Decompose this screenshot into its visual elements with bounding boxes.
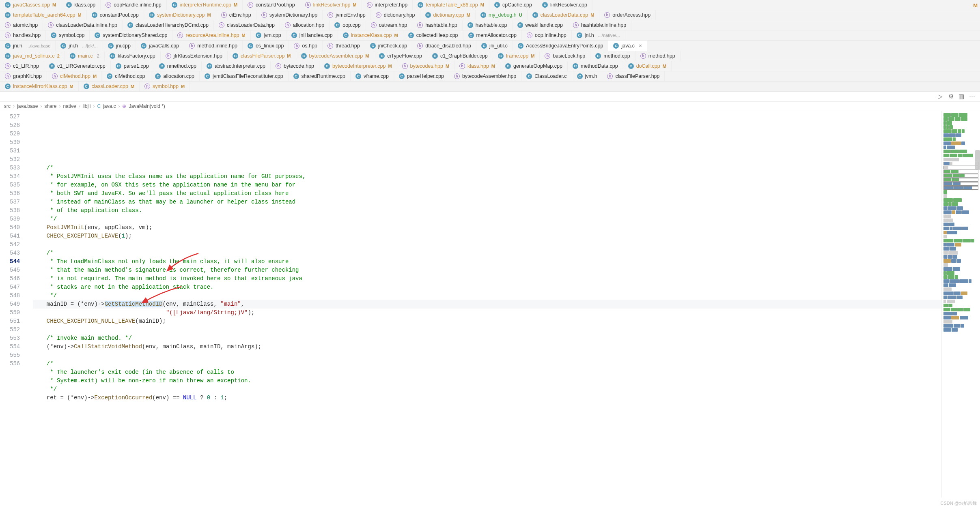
minimap-line[interactable] [943, 162, 978, 165]
minimap-line[interactable] [943, 146, 978, 149]
tab-instancemirrorklass-cpp[interactable]: CinstanceMirrorKlass.cppM [0, 81, 79, 91]
tab-cpcache-cpp[interactable]: CcpCache.cpp [489, 0, 537, 10]
minimap-line[interactable] [943, 190, 978, 194]
minimap-line[interactable] [943, 186, 978, 190]
tab-weakhandle-cpp[interactable]: CweakHandle.cpp [513, 20, 568, 30]
code-line[interactable] [33, 155, 941, 164]
minimap-line[interactable] [943, 137, 978, 141]
tab-oophandle-inline-hpp[interactable]: hoopHandle.inline.hpp [101, 0, 166, 10]
tab-klass-hpp[interactable]: hklass.hppM [454, 61, 500, 71]
tab-klassfactory-cpp[interactable]: CklassFactory.cpp [105, 51, 161, 61]
minimap-line[interactable] [943, 255, 978, 259]
tab-parse1-cpp[interactable]: Cparse1.cpp [111, 61, 154, 71]
tab-jni-h[interactable]: Cjni.h.../native/... [572, 30, 625, 40]
minimap-line[interactable] [943, 210, 978, 214]
tab-classfileparser-hpp[interactable]: hclassFileParser.hpp [602, 71, 665, 81]
minimap-line[interactable] [943, 129, 978, 133]
tab-parsehelper-cpp[interactable]: CparseHelper.cpp [394, 71, 449, 81]
code-line[interactable]: /* [33, 360, 941, 368]
tab-classloaderdata-inline-hpp[interactable]: hclassLoaderData.inline.hpp [43, 20, 123, 30]
tab-orderaccess-hpp[interactable]: horderAccess.hpp [599, 10, 656, 20]
code-line[interactable]: * that the main method's signature is co… [33, 266, 941, 274]
tab-cienv-hpp[interactable]: hciEnv.hpp [216, 10, 256, 20]
tab-oop-inline-hpp[interactable]: hoop.inline.hpp [522, 30, 572, 40]
tab-ostream-hpp[interactable]: hostream.hpp [366, 20, 412, 30]
breadcrumb-item[interactable]: libjli [82, 103, 90, 109]
run-icon[interactable]: ▷ [937, 93, 943, 100]
minimap-line[interactable] [943, 133, 978, 137]
breadcrumb[interactable]: src›java.base›share›native›libjli›C java… [0, 102, 980, 111]
tab-javaclasses-cpp[interactable]: CjavaClasses.cppM [0, 0, 61, 10]
minimap-line[interactable] [943, 227, 978, 230]
minimap-line[interactable] [943, 271, 978, 275]
minimap-line[interactable] [943, 121, 978, 125]
minimap-line[interactable] [943, 150, 978, 153]
close-icon[interactable]: × [639, 43, 642, 49]
more-icon[interactable]: ⋯ [969, 93, 975, 100]
minimap-line[interactable] [943, 320, 978, 324]
tab-jvmcienv-hpp[interactable]: hjvmciEnv.hpp [323, 10, 370, 20]
tab-cimethod-cpp[interactable]: CciMethod.cpp [102, 71, 150, 81]
tab-jni-util-c[interactable]: Cjni_util.c [476, 41, 513, 51]
tab-javacalls-cpp[interactable]: CjavaCalls.cpp [136, 41, 184, 51]
code-line[interactable]: ret = (*env)->ExceptionOccurred(env) == … [33, 394, 941, 402]
minimap-line[interactable] [943, 182, 978, 186]
tab-interpreter-hpp[interactable]: hinterpreter.hpp [362, 0, 413, 10]
minimap-line[interactable] [943, 308, 978, 311]
split-editor-icon[interactable]: ▥ [958, 93, 965, 100]
minimap-line[interactable] [943, 243, 978, 246]
minimap-line[interactable] [943, 174, 978, 178]
minimap-line[interactable] [943, 287, 978, 291]
code-content[interactable]: /* * PostJVMInit uses the class name as … [26, 111, 941, 497]
code-line[interactable]: mainID = (*env)->GetStaticMethodID(env, … [33, 300, 941, 309]
tab-jvmticlassfilereconstituter-cpp[interactable]: CjvmtiClassFileReconstituter.cpp [200, 71, 289, 81]
minimap-line[interactable] [943, 166, 978, 169]
gear-icon[interactable]: ⚙ [948, 93, 954, 100]
code-line[interactable]: CHECK_EXCEPTION_LEAVE(1); [33, 232, 941, 240]
tab-hashtable-cpp[interactable]: Chashtable.cpp [463, 20, 513, 30]
tab-hashtable-inline-hpp[interactable]: hhashtable.inline.hpp [568, 20, 631, 30]
code-line[interactable]: * is not required. The main method is in… [33, 274, 941, 283]
tab-instanceklass-cpp[interactable]: CinstanceKlass.cppM [338, 30, 403, 40]
minimap-line[interactable] [943, 316, 978, 319]
tab-jfrklassextension-hpp[interactable]: hjfrKlassExtension.hpp [161, 51, 228, 61]
minimap-line[interactable] [943, 263, 978, 267]
minimap-line[interactable] [943, 259, 978, 263]
code-line[interactable] [33, 240, 941, 249]
minimap-line[interactable] [943, 202, 978, 206]
tab-constantpool-cpp[interactable]: CconstantPool.cpp [87, 10, 144, 20]
minimap-line[interactable] [943, 251, 978, 255]
code-line[interactable]: * System.exit) will be non-zero if main … [33, 377, 941, 385]
tab-cimethod-hpp[interactable]: hciMethod.hppM [47, 71, 102, 81]
minimap-line[interactable] [943, 267, 978, 271]
code-line[interactable]: * both SWT and JavaFX. So we'll pass the… [33, 189, 941, 198]
code-line[interactable]: */ [33, 292, 941, 300]
tab-citypeflow-cpp[interactable]: CciTypeFlow.cpp [374, 51, 427, 61]
code-line[interactable]: "([Ljava/lang/String;)V"); [33, 309, 941, 317]
tab-linkresolver-cpp[interactable]: ClinkResolver.cpp [537, 0, 592, 10]
minimap-line[interactable] [943, 324, 978, 328]
code-line[interactable]: * The launcher's exit code (in the absen… [33, 368, 941, 377]
tab-constantpool-hpp[interactable]: hconstantPool.hpp [243, 0, 300, 10]
tab-templatetable-x86-cpp[interactable]: CtemplateTable_x86.cppM [413, 0, 489, 10]
breadcrumb-item[interactable]: java.base [17, 103, 38, 109]
tab-bytecodes-hpp[interactable]: hbytecodes.hppM [397, 61, 454, 71]
minimap-line[interactable] [943, 113, 978, 117]
code-line[interactable]: * stacks are not in the application stac… [33, 283, 941, 292]
minimap-line[interactable] [943, 300, 978, 303]
tab-abstractinterpreter-cpp[interactable]: CabstractInterpreter.cpp [202, 61, 271, 71]
minimap-line[interactable] [943, 158, 978, 161]
tab-classloaderdata-cpp[interactable]: CclassLoaderData.cppM [528, 10, 600, 20]
tab-bytecodeassembler-cpp[interactable]: CbytecodeAssembler.cppM [296, 51, 375, 61]
tab-jnicheck-cpp[interactable]: CjniCheck.cpp [365, 41, 413, 51]
tab-c1-lirgenerator-cpp[interactable]: Cc1_LIRGenerator.cpp [44, 61, 111, 71]
minimap-line[interactable] [943, 231, 978, 234]
tab-klass-cpp[interactable]: Cklass.cpp [61, 0, 101, 10]
tab-basiclock-hpp[interactable]: hbasicLock.hpp [540, 51, 590, 61]
tab-method-inline-hpp[interactable]: hmethod.inline.hpp [184, 41, 243, 51]
breadcrumb-item[interactable]: native [63, 103, 76, 109]
breadcrumb-item[interactable]: share [44, 103, 56, 109]
tab-bytecode-hpp[interactable]: hbytecode.hpp [271, 61, 319, 71]
tab-graphkit-hpp[interactable]: hgraphKit.hpp [0, 71, 47, 81]
code-line[interactable]: */ [33, 385, 941, 394]
